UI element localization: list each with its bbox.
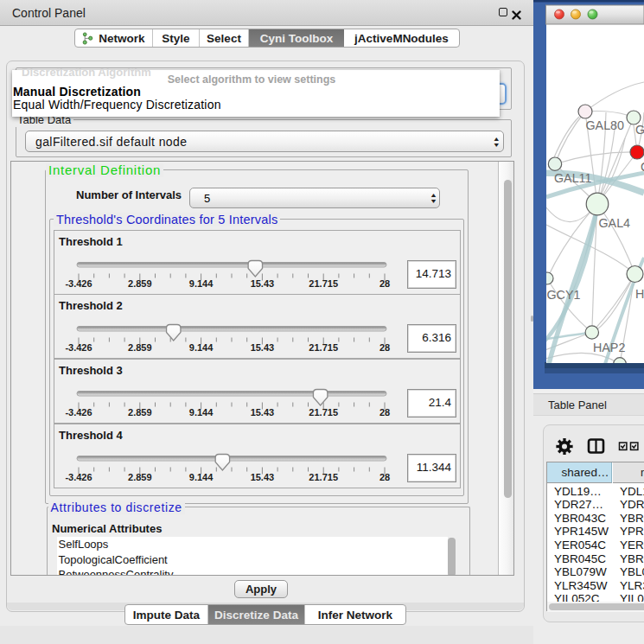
svg-text:21.715: 21.715 bbox=[309, 278, 338, 289]
svg-text:-3.426: -3.426 bbox=[65, 472, 92, 482]
svg-text:15.43: 15.43 bbox=[251, 472, 275, 482]
svg-text:GCY1: GCY1 bbox=[547, 288, 581, 302]
svg-text:15.43: 15.43 bbox=[251, 278, 275, 289]
svg-text:2.859: 2.859 bbox=[128, 278, 152, 289]
svg-text:2.859: 2.859 bbox=[128, 472, 152, 482]
svg-text:28: 28 bbox=[379, 472, 390, 482]
svg-text:-3.426: -3.426 bbox=[65, 278, 92, 289]
svg-text:2.859: 2.859 bbox=[128, 342, 152, 353]
svg-text:9.144: 9.144 bbox=[189, 407, 214, 418]
svg-text:15.43: 15.43 bbox=[251, 407, 275, 418]
svg-text:9.144: 9.144 bbox=[189, 342, 214, 353]
svg-text:28: 28 bbox=[379, 278, 390, 289]
svg-text:28: 28 bbox=[379, 342, 390, 353]
svg-text:21.715: 21.715 bbox=[309, 407, 338, 418]
svg-text:9.144: 9.144 bbox=[189, 278, 214, 289]
svg-text:21.715: 21.715 bbox=[309, 342, 338, 353]
svg-text:GAL4: GAL4 bbox=[599, 216, 631, 230]
svg-text:9.144: 9.144 bbox=[189, 472, 214, 482]
svg-text:2.859: 2.859 bbox=[128, 407, 152, 418]
svg-text:GAL11: GAL11 bbox=[554, 171, 591, 185]
svg-text:-3.426: -3.426 bbox=[65, 407, 92, 418]
svg-text:HAP2: HAP2 bbox=[593, 341, 625, 354]
svg-text:21.715: 21.715 bbox=[309, 472, 338, 482]
svg-text:GAL80: GAL80 bbox=[586, 118, 625, 132]
svg-text:-3.426: -3.426 bbox=[65, 342, 92, 353]
svg-text:CO: CO bbox=[641, 160, 644, 174]
svg-text:GAL: GAL bbox=[635, 123, 644, 137]
svg-text:HIS: HIS bbox=[635, 287, 644, 301]
svg-text:15.43: 15.43 bbox=[251, 342, 275, 353]
svg-text:28: 28 bbox=[379, 407, 390, 418]
